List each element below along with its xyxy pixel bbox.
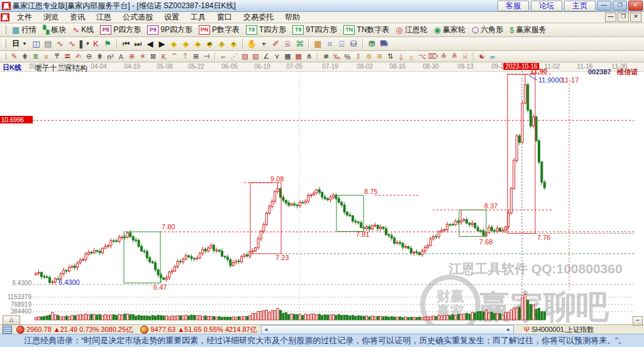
volume-bar (299, 314, 301, 320)
candle-body (369, 227, 370, 229)
volume-bar (402, 317, 404, 320)
kline-chart[interactable]: 江恩工具软件 QQ:100800360财赢赢家赢家聊吧jiaoba.yjcf36… (0, 0, 644, 347)
volume-bar (188, 316, 190, 320)
gann-quote-text: 江恩经典语录：“时间是决定市场走势的重要因素，经过详细研究大市及个别股票的过往记… (24, 336, 626, 345)
candle-body (54, 279, 56, 282)
volume-bar (182, 316, 184, 320)
candle-body (443, 230, 445, 230)
volume-bar (491, 312, 492, 320)
volume-bar (335, 316, 337, 320)
sh-index-icon (16, 326, 25, 334)
volume-bar (482, 312, 484, 320)
volume-bar (165, 316, 167, 320)
volume-bar (535, 309, 537, 320)
sz-index-icon (140, 326, 148, 334)
candle-body (185, 256, 187, 259)
candle-body (504, 227, 506, 230)
candle-body (421, 251, 423, 255)
volume-bar (435, 316, 437, 320)
candle-body (316, 190, 318, 193)
volume-bar (488, 313, 490, 320)
chart-annotation-label: 6.4300 (58, 278, 80, 286)
candle-body (74, 266, 75, 268)
volume-bar (385, 316, 387, 320)
volume-bar (224, 317, 226, 320)
candle-body (132, 237, 134, 240)
candle-body (118, 237, 120, 242)
scroll-right-icon[interactable]: ► (504, 327, 513, 333)
candle-body (391, 236, 392, 238)
volume-bar (260, 311, 262, 320)
volume-bar (179, 316, 181, 320)
volume-bar (421, 317, 423, 320)
collapse-volume-button[interactable]: △ (3, 316, 20, 325)
volume-bar (521, 297, 523, 320)
volume-bar (463, 314, 465, 320)
volume-bar (310, 314, 312, 320)
volume-bar (199, 316, 201, 320)
volume-bar (530, 304, 531, 320)
volume-bar (349, 316, 351, 321)
candle-body (169, 272, 170, 278)
candle-body (143, 251, 145, 252)
candle-body (380, 227, 382, 229)
candle-body (196, 258, 198, 259)
volume-bar (87, 315, 89, 320)
candle-body (260, 231, 262, 239)
sh-index-quote[interactable]: 2960.78 ▲21.49 0.73% 3080.25亿 (26, 325, 133, 334)
volume-bar (218, 317, 220, 320)
volume-bar (204, 316, 206, 320)
volume-bar (208, 316, 209, 320)
candle-body (110, 241, 112, 246)
volume-bar (60, 317, 62, 320)
candle-body (441, 230, 443, 232)
date-tick-highlighted[interactable]: 2023-10-16 (503, 63, 539, 70)
candle-body (104, 246, 106, 248)
candle-body (46, 276, 48, 277)
volume-bar (191, 315, 192, 320)
volume-bar (54, 315, 56, 320)
current-index-label[interactable]: SH000001,上证指数 (531, 325, 594, 334)
candle-body (138, 240, 140, 246)
peak-pointer-line (529, 76, 537, 80)
volume-bar (107, 316, 109, 320)
volume-bar (291, 314, 292, 320)
candle-body (63, 270, 65, 273)
volume-bar (496, 314, 498, 320)
candle-body (463, 220, 465, 221)
chart-annotation-label: 002387 (588, 68, 611, 76)
candle-body (418, 253, 420, 254)
candle-body (285, 200, 287, 203)
candle-body (82, 259, 84, 260)
candle-body (163, 278, 165, 280)
volume-bar (510, 310, 512, 320)
scroll-left-icon[interactable]: ◄ (262, 327, 270, 333)
chart-annotation-label: 7.81 (356, 230, 369, 238)
volume-bar (99, 314, 101, 320)
volume-bar (543, 312, 545, 320)
volume-bar (404, 317, 406, 320)
volume-bar (360, 316, 362, 320)
volume-bar (160, 316, 162, 320)
volume-zoom-out-button[interactable]: − (633, 316, 643, 326)
volume-bar (243, 317, 245, 320)
volume-bar (252, 314, 253, 320)
candle-body (218, 250, 220, 251)
candle-body (360, 223, 362, 228)
volume-bar (294, 314, 296, 320)
volume-bar (508, 312, 509, 320)
market-grid-icon[interactable] (3, 326, 12, 334)
candle-body (488, 227, 490, 233)
candle-body (99, 251, 101, 253)
volume-bar (35, 318, 37, 320)
sz-index-quote[interactable]: 9477.63 ▲51.65 0.55% 4214.87亿 (150, 325, 257, 334)
volume-bar (327, 315, 329, 320)
volume-bar (447, 316, 448, 320)
candle-body (496, 228, 498, 231)
horizontal-scrollbar[interactable]: ◄ ► (261, 325, 514, 334)
volume-bar (449, 316, 451, 320)
volume-bar (316, 315, 318, 320)
candle-body (282, 197, 284, 200)
volume-bar (177, 316, 179, 320)
volume-bar (82, 315, 84, 320)
